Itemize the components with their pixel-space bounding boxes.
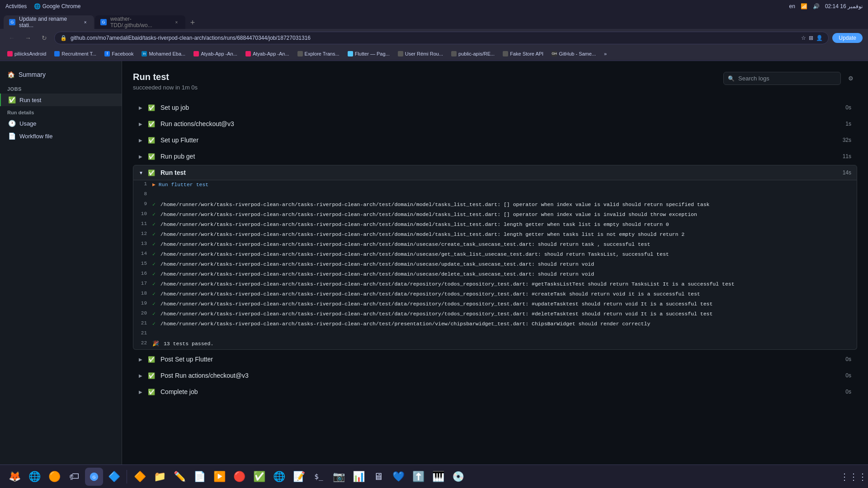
job-title: Run test (133, 72, 198, 82)
address-bar[interactable]: 🔒 github.com/mo7amedaliEbaid/tasks-river… (54, 32, 829, 44)
step-status-icon: ✅ (148, 104, 157, 111)
sidebar-item-workflow[interactable]: 📄 Workflow file (0, 130, 122, 142)
taskbar-midi[interactable]: 🎹 (429, 468, 447, 486)
taskbar-flutter[interactable]: 🔷 (105, 468, 123, 486)
taskbar-ubuntu[interactable]: 🔴 (230, 468, 248, 486)
step-run-test[interactable]: ▼ ✅ Run test 14s (133, 165, 857, 180)
taskbar-files[interactable]: 📁 (151, 468, 169, 486)
step-name: Run test (160, 169, 843, 176)
bookmark-atyab2[interactable]: Atyab-App -An... (242, 50, 293, 57)
grid-icon[interactable]: ⊞ (809, 35, 813, 41)
run-details-label: Run details (0, 106, 122, 117)
log-line-num: 18 (139, 291, 152, 296)
bookmark-user-remi[interactable]: User Rémi Rou... (394, 50, 447, 57)
tab-favicon-inactive: G (100, 19, 107, 25)
bookmark-favicon: f (104, 51, 110, 56)
sidebar-item-usage[interactable]: 🕐 Usage (0, 117, 122, 130)
step-post-flutter[interactable]: ▶ ✅ Post Set up Flutter 0s (133, 352, 857, 367)
tab-active[interactable]: G Update and rename stati... × (4, 15, 94, 29)
taskbar-marker[interactable]: ✏️ (170, 468, 189, 486)
taskbar-vlc[interactable]: 🔶 (131, 468, 149, 486)
sidebar: 🏠 Summary Jobs ✅ Run test Run details 🕐 … (0, 61, 122, 465)
taskbar-app3[interactable]: 🟠 (45, 468, 63, 486)
taskbar-firefox[interactable]: 🦊 (5, 468, 24, 486)
bookmark-flutter[interactable]: Flutter — Pag... (344, 50, 393, 57)
log-line-num: 19 (139, 300, 152, 306)
taskbar-screenshot[interactable]: 📷 (330, 468, 348, 486)
step-complete-job[interactable]: ▶ ✅ Complete job 0s (133, 384, 857, 399)
step-time: 11s (843, 153, 851, 160)
content-area: Run test succeeded now in 1m 0s 🔍 ⚙ ▶ ✅ … (122, 61, 868, 465)
log-line-num: 17 (139, 281, 152, 286)
clock-icon: 🕐 (8, 120, 16, 127)
chevron-right-icon: ▶ (139, 357, 148, 362)
log-line-num: 22 (139, 340, 152, 346)
activities-label[interactable]: Activities (5, 3, 27, 9)
step-flutter[interactable]: ▶ ✅ Set up Flutter 32s (133, 132, 857, 148)
bookmark-favicon (54, 51, 60, 56)
bookmark-more[interactable]: » (600, 50, 610, 57)
taskbar-chrome[interactable]: G (85, 468, 103, 486)
step-name: Post Run actions/checkout@v3 (160, 372, 845, 379)
step-checkout[interactable]: ▶ ✅ Run actions/checkout@v3 1s (133, 116, 857, 131)
taskbar-apps-grid[interactable]: ⋮⋮⋮ (844, 468, 863, 486)
step-post-checkout[interactable]: ▶ ✅ Post Run actions/checkout@v3 0s (133, 368, 857, 383)
run-test-label: Run test (19, 97, 41, 103)
bookmark-atyab1[interactable]: Atyab-App -An... (190, 50, 241, 57)
sidebar-summary[interactable]: 🏠 Summary (0, 66, 122, 83)
taskbar-pdf[interactable]: 📄 (190, 468, 208, 486)
step-status-icon: ✅ (148, 121, 157, 127)
log-line-content: ✓ /home/runner/work/tasks-riverpod-clean… (152, 271, 851, 277)
chevron-right-icon: ▶ (139, 138, 148, 143)
taskbar-video[interactable]: ▶️ (210, 468, 228, 486)
profile-icon[interactable]: 👤 (816, 35, 823, 41)
taskbar-update[interactable]: ⬆️ (409, 468, 427, 486)
bookmark-recruitment[interactable]: Recruitment T... (51, 50, 100, 57)
step-time: 32s (843, 137, 851, 143)
taskbar-ide[interactable]: 🖥 (369, 468, 387, 486)
log-line: 10 ✓ /home/runner/work/tasks-riverpod-cl… (133, 210, 857, 220)
bookmark-facebook[interactable]: f Facebook (101, 50, 137, 57)
forward-button[interactable]: → (22, 32, 34, 44)
taskbar-tasks[interactable]: ✅ (250, 468, 268, 486)
bookmark-public-apis[interactable]: public-apis/RE... (448, 50, 498, 57)
log-line-num: 11 (139, 221, 152, 226)
taskbar-software[interactable]: 🏷 (65, 468, 83, 486)
taskbar-vscode[interactable]: 💙 (389, 468, 407, 486)
taskbar-browser3[interactable]: 🌐 (270, 468, 288, 486)
step-name: Post Set up Flutter (160, 356, 845, 363)
bookmark-favicon (348, 51, 353, 56)
new-tab-button[interactable]: + (186, 16, 199, 29)
bookmark-favicon (398, 51, 403, 56)
bookmark-linkedin[interactable]: in Mohamed Eba... (138, 50, 189, 57)
bookmark-favicon (245, 51, 251, 56)
system-bar-left: Activities 🌐 Google Chrome (5, 3, 80, 9)
taskbar-terminal[interactable]: $_ (310, 468, 328, 486)
settings-icon[interactable]: ⚙ (844, 72, 857, 85)
back-button[interactable]: ← (5, 32, 18, 44)
bookmark-fakestore[interactable]: Fake Store API (499, 50, 547, 57)
star-icon[interactable]: ☆ (801, 35, 806, 41)
log-line: 14 ✓ /home/runner/work/tasks-riverpod-cl… (133, 250, 857, 260)
reload-button[interactable]: ↻ (38, 32, 51, 44)
tab-label-active: Update and rename stati... (19, 16, 78, 28)
taskbar-disk[interactable]: 💿 (449, 468, 467, 486)
bookmark-explore[interactable]: Explore Trans... (294, 50, 343, 57)
taskbar-sheets[interactable]: 📊 (349, 468, 368, 486)
bookmark-github-same[interactable]: GH GitHub - Same... (548, 50, 599, 57)
step-pub-get[interactable]: ▶ ✅ Run pub get 11s (133, 149, 857, 164)
chevron-right-icon: ▶ (139, 122, 148, 127)
bookmark-piliicks[interactable]: piliicksAndroid (4, 50, 50, 57)
taskbar-notes[interactable]: 📝 (290, 468, 308, 486)
job-header: Run test succeeded now in 1m 0s 🔍 ⚙ (133, 72, 857, 91)
tab-bar: G Update and rename stati... × G weather… (0, 13, 868, 29)
step-setup-job[interactable]: ▶ ✅ Set up job 0s (133, 100, 857, 115)
tab-inactive[interactable]: G weather-TDD/.github/wo... × (95, 15, 185, 29)
tab-close-inactive[interactable]: × (173, 19, 180, 26)
search-logs-input[interactable] (723, 72, 841, 85)
tab-favicon-active: G (9, 19, 15, 25)
sidebar-item-run-test[interactable]: ✅ Run test (0, 94, 122, 106)
tab-close-active[interactable]: × (82, 19, 89, 26)
update-button[interactable]: Update (832, 33, 863, 43)
taskbar-browser2[interactable]: 🌐 (25, 468, 43, 486)
